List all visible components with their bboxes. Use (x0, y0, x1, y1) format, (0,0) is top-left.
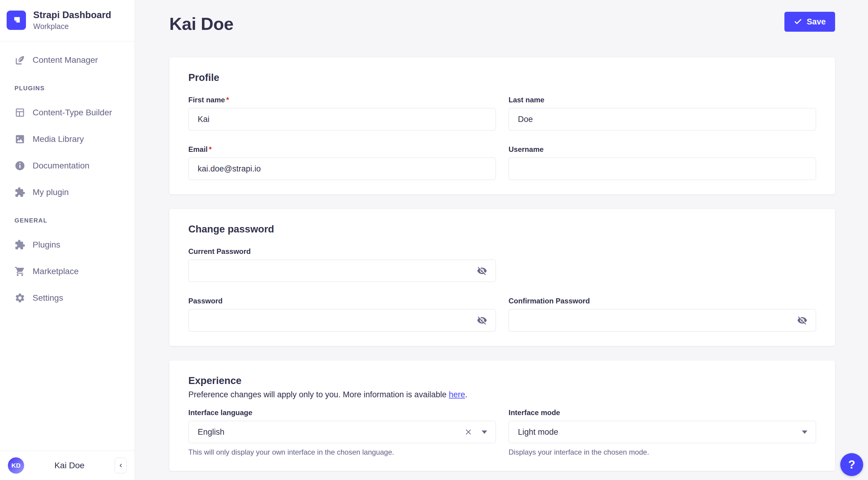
required-mark: * (226, 95, 229, 104)
clear-x-icon (464, 428, 473, 436)
username-field: Username (508, 145, 816, 180)
profile-heading: Profile (188, 72, 816, 83)
interface-mode-hint: Displays your interface in the chosen mo… (508, 448, 816, 456)
interface-language-label: Interface language (188, 408, 496, 417)
sidebar-item-content-type-builder[interactable]: Content-Type Builder (0, 99, 134, 126)
username-input[interactable] (508, 158, 816, 180)
toggle-password-visibility-button[interactable] (475, 314, 489, 327)
form-sections: Profile First name* Last name (135, 57, 868, 471)
interface-language-select[interactable]: English (188, 421, 496, 443)
help-button[interactable]: ? (840, 453, 863, 476)
workspace-name: Workplace (33, 22, 111, 31)
chevron-down-icon (482, 430, 487, 434)
confirmation-password-input[interactable] (508, 309, 816, 331)
password-grid: Current Password Password (188, 247, 816, 331)
page-title: Kai Doe (169, 13, 835, 34)
sidebar-item-label: My plugin (33, 187, 69, 197)
interface-language-hint: This will only display your own interfac… (188, 448, 496, 456)
sidebar-item-plugins[interactable]: Plugins (0, 232, 134, 258)
sidebar-item-label: Media Library (33, 134, 84, 144)
last-name-label: Last name (508, 95, 816, 104)
layout-icon (14, 107, 25, 118)
sidebar-footer: KD Kai Doe (0, 451, 134, 480)
experience-card: Experience Preference changes will apply… (169, 360, 835, 471)
sidebar: Strapi Dashboard Workplace Content Manag… (0, 0, 135, 480)
experience-grid: Interface language English This will onl… (188, 408, 816, 456)
avatar[interactable]: KD (8, 457, 24, 474)
username-label: Username (508, 145, 816, 154)
interface-language-field: Interface language English This will onl… (188, 408, 496, 456)
profile-grid: First name* Last name Emai (188, 95, 816, 180)
save-button-label: Save (807, 17, 826, 27)
sidebar-item-content-manager[interactable]: Content Manager (0, 47, 134, 73)
workspace-switcher[interactable]: Strapi Dashboard Workplace (0, 0, 134, 41)
sidebar-item-label: Content Manager (33, 55, 98, 65)
sidebar-menu: Content Manager PLUGINS Content-Type Bui… (0, 41, 134, 317)
image-icon (14, 134, 25, 145)
first-name-field: First name* (188, 95, 496, 130)
empty-cell (508, 247, 816, 282)
gear-icon (14, 293, 25, 303)
puzzle-icon (14, 239, 25, 250)
sidebar-item-media-library[interactable]: Media Library (0, 126, 134, 152)
interface-mode-field: Interface mode Light mode Displays your … (508, 408, 816, 456)
interface-mode-select[interactable]: Light mode (508, 421, 816, 443)
confirmation-password-label: Confirmation Password (508, 296, 816, 305)
current-password-label: Current Password (188, 247, 496, 256)
page-header: Kai Doe Save (135, 0, 868, 34)
sidebar-item-label: Documentation (33, 161, 89, 171)
experience-description: Preference changes will apply only to yo… (188, 389, 816, 400)
collapse-sidebar-button[interactable] (115, 458, 127, 473)
eye-off-icon (477, 266, 487, 276)
interface-mode-value: Light mode (518, 427, 802, 437)
sidebar-item-settings[interactable]: Settings (0, 285, 134, 311)
feather-pen-icon (14, 55, 25, 65)
sidebar-item-label: Plugins (33, 240, 60, 250)
eye-off-icon (477, 315, 487, 325)
sidebar-item-label: Content-Type Builder (33, 108, 112, 117)
sidebar-section-general: GENERAL (0, 215, 134, 226)
info-icon (14, 160, 25, 171)
first-name-input[interactable] (188, 108, 496, 130)
email-input[interactable] (188, 158, 496, 180)
change-password-heading: Change password (188, 223, 816, 235)
sidebar-item-marketplace[interactable]: Marketplace (0, 258, 134, 285)
sidebar-item-label: Settings (33, 293, 63, 303)
last-name-input[interactable] (508, 108, 816, 130)
clear-language-button[interactable] (463, 426, 474, 438)
current-password-input[interactable] (188, 260, 496, 282)
cart-icon (14, 266, 25, 277)
email-label: Email* (188, 145, 496, 154)
app-title: Strapi Dashboard (33, 10, 111, 21)
strapi-logo-icon (7, 10, 26, 30)
first-name-label: First name* (188, 95, 496, 104)
change-password-card: Change password Current Password (169, 209, 835, 346)
required-mark: * (209, 145, 212, 154)
email-field: Email* (188, 145, 496, 180)
sidebar-item-label: Marketplace (33, 267, 79, 276)
profile-card: Profile First name* Last name (169, 57, 835, 194)
main-content: Kai Doe Save Profile First name* (135, 0, 868, 480)
chevron-left-icon (117, 462, 124, 469)
eye-off-icon (797, 315, 807, 325)
save-button[interactable]: Save (784, 12, 835, 32)
interface-mode-label: Interface mode (508, 408, 816, 417)
interface-language-value: English (198, 427, 463, 437)
puzzle-icon (14, 187, 25, 198)
sidebar-item-my-plugin[interactable]: My plugin (0, 179, 134, 206)
brand-text: Strapi Dashboard Workplace (33, 10, 111, 31)
chevron-down-icon (802, 430, 807, 434)
more-information-link[interactable]: here (449, 390, 465, 399)
toggle-current-password-visibility-button[interactable] (475, 264, 489, 277)
password-field: Password (188, 296, 496, 331)
experience-heading: Experience (188, 375, 816, 386)
check-icon (794, 18, 802, 26)
user-name: Kai Doe (24, 461, 115, 470)
last-name-field: Last name (508, 95, 816, 130)
current-password-field: Current Password (188, 247, 496, 282)
confirmation-password-field: Confirmation Password (508, 296, 816, 331)
sidebar-item-documentation[interactable]: Documentation (0, 152, 134, 179)
password-input[interactable] (188, 309, 496, 331)
sidebar-section-plugins: PLUGINS (0, 83, 134, 94)
toggle-confirmation-password-visibility-button[interactable] (796, 314, 809, 327)
